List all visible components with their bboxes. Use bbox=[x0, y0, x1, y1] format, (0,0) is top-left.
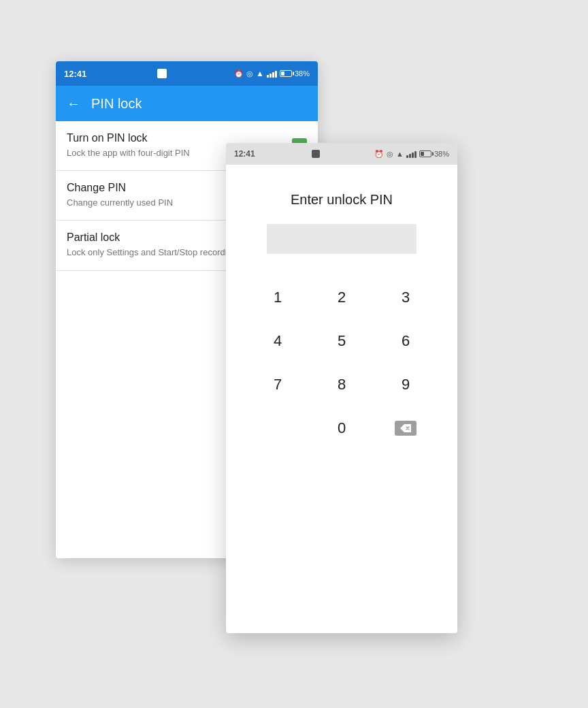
pin-dialog-title: Enter unlock PIN bbox=[291, 192, 393, 208]
status-square-icon bbox=[157, 69, 167, 78]
signal-bars-front bbox=[406, 150, 416, 158]
pin-input-field[interactable] bbox=[267, 224, 416, 254]
numpad-key-2[interactable]: 2 bbox=[317, 278, 366, 317]
wifi-icon: ▲ bbox=[256, 69, 264, 78]
battery-back bbox=[280, 70, 292, 77]
numpad-key-3[interactable]: 3 bbox=[381, 278, 430, 317]
pin-dialog: Enter unlock PIN 1 2 3 4 5 6 7 bbox=[226, 165, 457, 466]
back-button[interactable]: ← bbox=[67, 96, 80, 112]
numpad-row-3: 7 8 9 bbox=[253, 366, 430, 404]
status-bar-front: 12:41 ⏰ ◎ ▲ 38% bbox=[226, 143, 457, 165]
status-icons-right-front: ⏰ ◎ ▲ 38% bbox=[374, 150, 449, 159]
numpad-row-1: 1 2 3 bbox=[253, 278, 430, 317]
numpad-key-5[interactable]: 5 bbox=[317, 322, 366, 360]
numpad-key-8[interactable]: 8 bbox=[317, 366, 366, 404]
battery-percent-front: 38% bbox=[434, 150, 449, 158]
time-back: 12:41 bbox=[64, 69, 86, 79]
numpad-row-4: 0 bbox=[253, 409, 430, 447]
numpad-key-backspace[interactable] bbox=[381, 409, 430, 447]
signal-bars-back bbox=[267, 69, 277, 78]
numpad-key-6[interactable]: 6 bbox=[381, 322, 430, 360]
toolbar-back: ← PIN lock bbox=[56, 86, 318, 121]
numpad-key-1[interactable]: 1 bbox=[253, 278, 302, 317]
numpad-key-7[interactable]: 7 bbox=[253, 366, 302, 404]
location-icon: ◎ bbox=[246, 69, 253, 78]
numpad-key-0[interactable]: 0 bbox=[317, 409, 366, 447]
alarm-icon: ⏰ bbox=[234, 69, 244, 78]
numpad-key-4[interactable]: 4 bbox=[253, 322, 302, 360]
battery-percent-back: 38% bbox=[295, 69, 310, 78]
numpad: 1 2 3 4 5 6 7 8 9 bbox=[253, 278, 430, 453]
wifi-icon-front: ▲ bbox=[396, 150, 404, 158]
toolbar-title: PIN lock bbox=[91, 96, 142, 112]
status-square-icon-front bbox=[312, 150, 320, 158]
alarm-icon-front: ⏰ bbox=[374, 150, 384, 159]
status-icons-right-back: ⏰ ◎ ▲ 38% bbox=[234, 69, 310, 78]
location-icon-front: ◎ bbox=[387, 150, 393, 159]
battery-front bbox=[419, 150, 431, 157]
status-bar-back: 12:41 ⏰ ◎ ▲ 38% bbox=[56, 61, 318, 86]
numpad-row-2: 4 5 6 bbox=[253, 322, 430, 360]
numpad-key-9[interactable]: 9 bbox=[381, 366, 430, 404]
scene: 12:41 ⏰ ◎ ▲ 38% ← PIN lock bbox=[56, 61, 532, 647]
phone-front: 12:41 ⏰ ◎ ▲ 38% Enter unlock PIN bbox=[226, 143, 457, 633]
backspace-icon bbox=[395, 421, 416, 436]
time-front: 12:41 bbox=[234, 149, 255, 159]
